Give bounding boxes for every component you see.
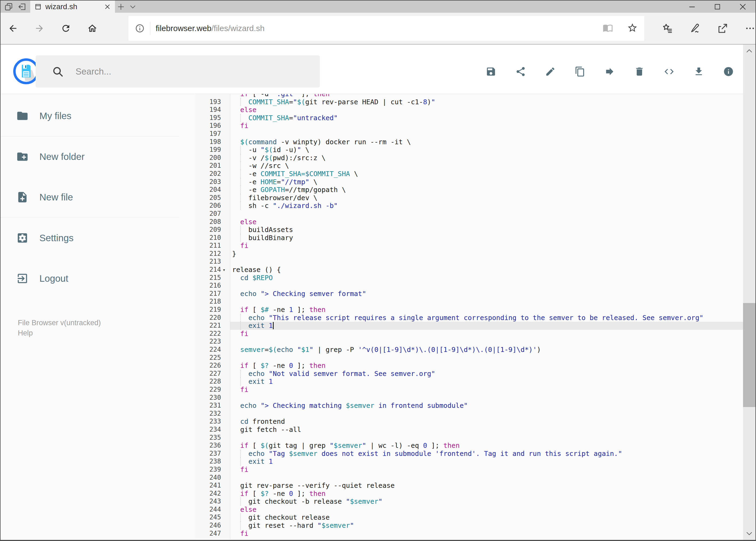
line-number[interactable]: 202 <box>196 170 230 178</box>
line-number[interactable]: 236 <box>196 442 230 450</box>
favorites-hub-icon[interactable] <box>662 23 673 34</box>
line-number[interactable]: 213 <box>196 258 230 266</box>
search-bar[interactable] <box>36 55 320 88</box>
line-number[interactable]: 238 <box>196 457 230 466</box>
share-button[interactable] <box>515 66 526 77</box>
tab-preview-chevron-icon[interactable] <box>127 1 139 13</box>
tab-preview-icon[interactable] <box>3 1 15 13</box>
sidebar-item-settings[interactable]: Settings <box>1 218 195 258</box>
code-editor[interactable]: if [ -d ".git" ]; then193 COMMIT_SHA="$(… <box>196 94 743 539</box>
line-number[interactable]: 201 <box>196 162 230 170</box>
scrollbar-thumb[interactable] <box>743 303 755 407</box>
line-number[interactable]: 241 <box>196 482 230 490</box>
code-button[interactable] <box>664 66 674 77</box>
fold-marker-icon[interactable]: ▾ <box>223 266 225 274</box>
sidebar-item-logout[interactable]: Logout <box>1 258 195 299</box>
line-number[interactable]: 224 <box>196 346 230 354</box>
line-number[interactable]: 234 <box>196 426 230 434</box>
line-number[interactable]: 206 <box>196 202 230 210</box>
line-number[interactable]: 203 <box>196 178 230 186</box>
line-number[interactable]: 220 <box>196 314 230 322</box>
line-number[interactable]: 193 <box>196 98 230 106</box>
scroll-down-icon[interactable] <box>743 528 755 539</box>
back-icon[interactable] <box>8 23 18 34</box>
home-icon[interactable] <box>87 23 98 34</box>
delete-button[interactable] <box>634 66 645 77</box>
line-number[interactable]: 223 <box>196 337 230 346</box>
refresh-icon[interactable] <box>61 23 71 34</box>
line-number[interactable]: 204 <box>196 186 230 194</box>
browser-tab[interactable]: wizard.sh <box>30 1 115 13</box>
line-number[interactable] <box>196 94 230 98</box>
line-number[interactable]: 229 <box>196 386 230 394</box>
line-number[interactable]: 232 <box>196 410 230 418</box>
reading-view-icon[interactable] <box>603 23 613 34</box>
line-number[interactable]: 212 <box>196 250 230 258</box>
line-number[interactable]: 215 <box>196 274 230 282</box>
line-number[interactable]: 226 <box>196 362 230 370</box>
line-number[interactable]: 216 <box>196 282 230 290</box>
line-number[interactable]: 242 <box>196 490 230 498</box>
minimize-button[interactable] <box>679 1 705 13</box>
address-bar[interactable]: filebrowser.web/files/wizard.sh <box>128 16 644 41</box>
line-number[interactable]: 244 <box>196 506 230 514</box>
info-button[interactable] <box>723 66 734 77</box>
new-tab-button[interactable] <box>115 1 127 13</box>
help-link[interactable]: Help <box>18 328 195 338</box>
line-number[interactable]: 219 <box>196 306 230 314</box>
line-number[interactable]: 208 <box>196 218 230 226</box>
url-text[interactable]: filebrowser.web/files/wizard.sh <box>156 24 597 33</box>
line-number[interactable]: 227 <box>196 370 230 378</box>
edit-button[interactable] <box>545 66 556 77</box>
ink-pen-icon[interactable] <box>690 23 700 34</box>
line-number[interactable]: 237 <box>196 450 230 458</box>
line-number[interactable]: 239 <box>196 466 230 474</box>
line-number[interactable]: 218 <box>196 297 230 306</box>
move-button[interactable] <box>604 66 615 77</box>
set-tabs-aside-icon[interactable] <box>16 1 28 13</box>
line-number[interactable]: 225 <box>196 354 230 362</box>
line-number[interactable]: 217 <box>196 290 230 298</box>
line-number[interactable]: 199 <box>196 146 230 154</box>
sidebar-item-new-folder[interactable]: New folder <box>1 136 195 177</box>
settings-menu-icon[interactable] <box>745 23 755 34</box>
line-number[interactable]: 195 <box>196 114 230 122</box>
forward-icon[interactable] <box>34 23 45 34</box>
filebrowser-logo[interactable] <box>13 58 39 84</box>
line-number[interactable]: 210 <box>196 234 230 242</box>
download-button[interactable] <box>693 66 704 77</box>
close-window-button[interactable] <box>730 1 755 13</box>
share-icon[interactable] <box>717 23 728 34</box>
line-number[interactable]: 197 <box>196 130 230 138</box>
line-number[interactable]: 200 <box>196 154 230 162</box>
line-number[interactable]: 222 <box>196 330 230 338</box>
search-input[interactable] <box>75 66 308 77</box>
line-number[interactable]: 230 <box>196 394 230 402</box>
line-number[interactable]: 207 <box>196 210 230 218</box>
line-number[interactable]: 221 <box>196 322 230 330</box>
line-number[interactable]: 243 <box>196 497 230 506</box>
save-button[interactable] <box>486 66 496 77</box>
sidebar-item-new-file[interactable]: New file <box>1 177 195 218</box>
maximize-button[interactable] <box>705 1 730 13</box>
line-number[interactable]: 247 <box>196 530 230 538</box>
line-number[interactable]: 235 <box>196 434 230 442</box>
copy-button[interactable] <box>575 66 586 77</box>
line-number[interactable]: 205 <box>196 194 230 202</box>
line-number[interactable]: 198 <box>196 138 230 146</box>
line-number[interactable]: 231 <box>196 402 230 410</box>
line-number[interactable]: 196 <box>196 122 230 130</box>
line-number[interactable]: 233 <box>196 417 230 426</box>
line-number[interactable]: 245 <box>196 513 230 522</box>
line-number[interactable]: 194 <box>196 106 230 114</box>
site-info-icon[interactable] <box>135 24 145 33</box>
line-number[interactable]: 211 <box>196 242 230 250</box>
scroll-up-icon[interactable] <box>743 46 755 56</box>
line-number[interactable]: 246 <box>196 522 230 530</box>
favorite-star-icon[interactable] <box>627 22 638 34</box>
page-scrollbar[interactable] <box>743 45 755 540</box>
line-number[interactable]: 240 <box>196 474 230 482</box>
line-number[interactable]: 228 <box>196 377 230 386</box>
sidebar-item-my-files[interactable]: My files <box>1 96 195 136</box>
line-number[interactable]: 209 <box>196 226 230 234</box>
